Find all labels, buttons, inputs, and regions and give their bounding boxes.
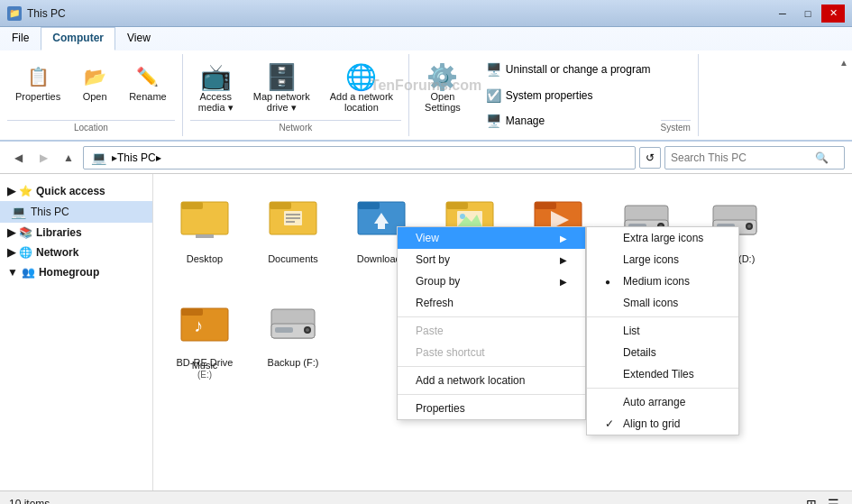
sub-item-large-icons[interactable]: Large icons [587,249,738,270]
open-settings-button[interactable]: ⚙️ OpenSettings [417,58,469,117]
ctx-item-view[interactable]: View ▶ [398,227,585,249]
refresh-button[interactable]: ↺ [639,147,661,169]
forward-button[interactable]: ▶ [32,147,54,169]
svg-rect-18 [535,202,556,209]
ctx-paste-label: Paste [416,325,444,337]
open-label: Open [83,91,107,102]
sidebar-item-quick-access[interactable]: ▶ ⭐ Quick access [0,181,152,201]
file-content: Desktop Documents Downloads [153,174,852,490]
title-bar: 📁 This PC ─ □ ✕ [0,0,852,27]
music-label: Music [192,359,218,371]
sub-item-list[interactable]: List [587,320,738,342]
quick-access-label: Quick access [36,185,105,197]
file-item-music-wrapper: ♪ Music [164,291,245,378]
manage-button[interactable]: 🖥️ Manage [480,111,657,131]
medium-icons-bullet: ● [605,277,618,287]
uninstall-button[interactable]: 🖥️ Uninstall or change a program [480,60,657,79]
sub-item-medium-icons[interactable]: ● Medium icons [587,270,738,292]
documents-label: Documents [268,252,318,265]
system-group-label: System [661,120,691,133]
ctx-item-add-network[interactable]: Add a network location [398,370,585,391]
extended-tiles-label: Extended Tiles [623,368,694,380]
sidebar-item-this-pc[interactable]: 💻 This PC [0,201,152,223]
large-icons-label: Large icons [623,253,679,266]
system-properties-button[interactable]: ☑️ System properties [480,86,657,105]
ctx-sort-label: Sort by [416,253,450,266]
properties-button[interactable]: 📋 Properties [7,58,69,106]
ctx-paste-shortcut-label: Paste shortcut [416,346,485,359]
properties-label: Properties [15,91,60,102]
libraries-icon: 📚 [19,226,32,239]
svg-text:♪: ♪ [194,316,203,335]
sub-item-extended-tiles[interactable]: Extended Tiles [587,363,738,385]
back-button[interactable]: ◀ [7,147,29,169]
tab-computer[interactable]: Computer [41,27,115,50]
desktop-icon [176,191,234,249]
access-media-button[interactable]: 📺 Accessmedia ▾ [190,58,242,118]
svg-point-29 [747,225,751,228]
address-path[interactable]: 💻 ▸ This PC ▸ [83,146,636,170]
ctx-item-paste-shortcut: Paste shortcut [398,342,585,363]
rename-label: Rename [129,91,167,102]
quick-access-icon: 📁 [7,6,22,21]
ctx-sep2 [398,366,585,367]
rename-button[interactable]: ✏️ Rename [121,58,175,106]
ctx-sort-arrow: ▶ [560,255,567,265]
large-icons-view-button[interactable]: ⊞ [802,495,821,505]
ctx-item-properties[interactable]: Properties [398,398,585,419]
view-toggle-buttons: ⊞ ☰ [802,495,843,505]
view-submenu: Extra large icons Large icons ● Medium i… [586,226,739,435]
ctx-item-sort-by[interactable]: Sort by ▶ [398,249,585,270]
item-count: 10 items [9,498,50,505]
sidebar-item-libraries[interactable]: ▶ 📚 Libraries [0,223,152,243]
file-item-desktop[interactable]: Desktop [164,185,245,281]
address-bar: ◀ ▶ ▲ 💻 ▸ This PC ▸ ↺ 🔍 [0,142,852,174]
tab-file[interactable]: File [0,27,41,50]
uninstall-label: Uninstall or change a program [506,63,651,76]
ctx-view-label: View [416,232,439,244]
add-network-location-button[interactable]: 🌐 Add a networklocation [322,58,401,117]
auto-arrange-label: Auto arrange [623,396,685,408]
details-view-button[interactable]: ☰ [823,495,843,505]
network-label: Network [36,246,78,259]
quick-access-icon: ⭐ [19,185,32,197]
maximize-button[interactable]: □ [796,5,820,23]
list-label: List [623,325,640,337]
search-icon[interactable]: 🔍 [815,151,829,164]
ctx-sep1 [398,316,585,317]
ctx-item-group-by[interactable]: Group by ▶ [398,270,585,292]
search-box: 🔍 [664,146,845,170]
add-network-icon: 🌐 [347,62,376,91]
minimize-button[interactable]: ─ [771,5,794,23]
sidebar-item-homegroup[interactable]: ▼ 👥 Homegroup [0,262,152,282]
sub-item-align-grid[interactable]: ✓ Align to grid [587,413,738,435]
manage-label: Manage [506,115,545,127]
tab-view[interactable]: View [115,27,162,50]
system-props-icon: ☑️ [486,88,502,103]
add-network-label: Add a networklocation [330,91,393,113]
ctx-properties-label: Properties [416,402,465,415]
search-input[interactable] [671,151,815,164]
sidebar-item-network[interactable]: ▶ 🌐 Network [0,243,152,262]
path-location: This PC [117,151,156,164]
open-button[interactable]: 📂 Open [72,58,117,106]
music-icon: ♪ [176,298,234,355]
file-item-music[interactable]: ♪ Music [164,291,245,378]
up-button[interactable]: ▲ [58,147,79,169]
file-item-documents[interactable]: Documents [252,185,334,281]
map-network-drive-button[interactable]: 🗄️ Map networkdrive ▾ [245,58,318,118]
svg-rect-38 [275,327,293,333]
close-button[interactable]: ✕ [821,5,845,23]
location-group-label: Location [7,120,175,133]
sub-item-extra-large[interactable]: Extra large icons [587,227,738,249]
sub-item-small-icons[interactable]: Small icons [587,292,738,314]
map-drive-label: Map networkdrive ▾ [253,91,310,114]
desktop-label: Desktop [187,252,223,265]
sub-item-details[interactable]: Details [587,342,738,363]
sub-item-auto-arrange[interactable]: Auto arrange [587,391,738,413]
ctx-item-refresh[interactable]: Refresh [398,292,585,314]
file-item-backup-f[interactable]: Backup (F:) [252,289,334,385]
map-drive-icon: 🗄️ [267,62,296,91]
homegroup-icon: 👥 [22,266,35,279]
ribbon-expand[interactable]: ▲ [836,54,852,136]
